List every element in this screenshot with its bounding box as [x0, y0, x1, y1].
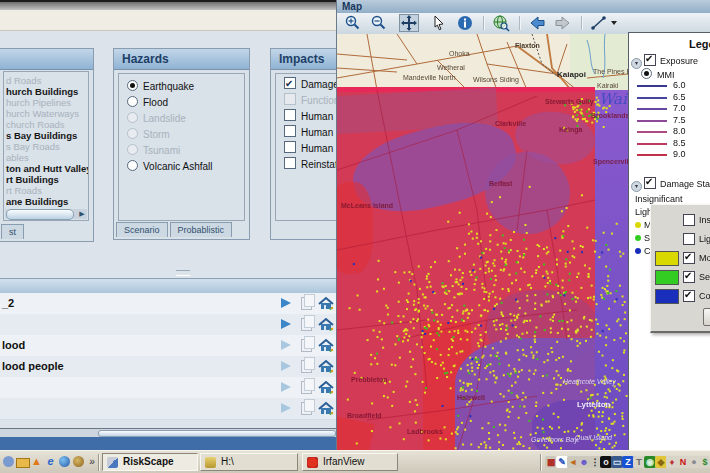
assets-icon[interactable]: [318, 317, 334, 335]
assets-hscroll-arrow[interactable]: ▶: [77, 209, 87, 219]
collapse-icon[interactable]: ▾: [631, 181, 642, 192]
assets-icon[interactable]: [318, 338, 334, 356]
asset-item[interactable]: ane Buildings: [4, 196, 88, 207]
job-row[interactable]: lood people: [0, 356, 336, 378]
run-icon[interactable]: [281, 361, 291, 371]
jobs-hscrollbar[interactable]: [0, 428, 336, 437]
damage-filter-checkbox[interactable]: [683, 214, 695, 226]
hazard-radio[interactable]: [127, 160, 138, 171]
select-icon[interactable]: [429, 14, 449, 32]
damage-checkbox[interactable]: [644, 177, 656, 189]
vlc-icon[interactable]: ▲: [30, 455, 43, 468]
impact-checkbox[interactable]: [284, 125, 296, 137]
app-icon[interactable]: [2, 455, 15, 468]
damage-filter-item[interactable]: Complete: [655, 287, 710, 305]
assets-list[interactable]: d Roadshurch Buildingshurch Pipelineshur…: [3, 71, 89, 221]
damage-filter-checkbox[interactable]: [683, 233, 695, 245]
asset-item[interactable]: s Bay Roads: [4, 141, 88, 152]
earth-icon[interactable]: [58, 455, 71, 468]
hazard-option[interactable]: Volcanic Ashfall: [119, 159, 244, 175]
asset-item[interactable]: ables: [4, 152, 88, 163]
pan-icon[interactable]: [399, 14, 419, 32]
quicklaunch-overflow-chevron[interactable]: »: [86, 455, 98, 468]
popup-button[interactable]: [703, 308, 710, 326]
tray-green-icon[interactable]: $: [699, 456, 710, 468]
impact-checkbox[interactable]: [284, 109, 296, 121]
asset-item[interactable]: d Roads: [4, 75, 88, 86]
zoom-extent-icon[interactable]: [491, 14, 511, 32]
copy-icon[interactable]: [301, 297, 312, 310]
impact-checkbox[interactable]: [284, 77, 296, 89]
asset-item[interactable]: ton and Hutt Valley Building: [4, 163, 88, 174]
damage-filter-item[interactable]: Moderate: [655, 249, 710, 267]
assets-icon[interactable]: [318, 380, 334, 398]
map-viewport[interactable]: OhokaWetheralMandeville NorthWilsons Sid…: [337, 34, 628, 452]
impact-option[interactable]: Human Displacement: [276, 109, 336, 125]
assets-icon[interactable]: [318, 359, 334, 377]
impact-option[interactable]: Functional Downtime: [276, 93, 336, 109]
hazard-radio[interactable]: [127, 96, 138, 107]
copy-icon[interactable]: [301, 381, 312, 394]
hazard-option[interactable]: Flood: [119, 95, 244, 111]
zoom-in-icon[interactable]: [343, 14, 363, 32]
exposure-checkbox[interactable]: [644, 54, 656, 66]
hazard-option[interactable]: Earthquake: [119, 79, 244, 95]
globe2-icon[interactable]: [72, 455, 85, 468]
taskbar-button-riskscape[interactable]: RiskScape: [102, 453, 198, 471]
assets-hscrollbar[interactable]: ▶: [5, 209, 87, 219]
damage-filter-checkbox[interactable]: [683, 271, 695, 283]
damage-filter-item[interactable]: Insignificant: [655, 211, 710, 229]
job-row[interactable]: [0, 377, 336, 399]
info-icon[interactable]: [455, 14, 475, 32]
assets-icon[interactable]: [318, 296, 334, 314]
splitter-grip[interactable]: [176, 270, 190, 276]
hazards-tab-probablistic[interactable]: Probablistic: [170, 222, 233, 237]
taskbar-button-irfanview[interactable]: IrfanView: [302, 453, 398, 471]
hazard-radio[interactable]: [127, 112, 138, 123]
hazard-radio[interactable]: [127, 128, 138, 139]
asset-item[interactable]: hurch Buildings: [4, 86, 88, 97]
folder-icon[interactable]: [16, 455, 29, 468]
copy-icon[interactable]: [301, 318, 312, 331]
copy-icon[interactable]: [301, 339, 312, 352]
impact-option[interactable]: Human Susceptibility: [276, 141, 336, 157]
hazards-tab-scenario[interactable]: Scenario: [116, 222, 168, 237]
hazard-radio[interactable]: [127, 144, 138, 155]
job-row[interactable]: [0, 314, 336, 336]
run-icon[interactable]: [281, 319, 291, 329]
job-row[interactable]: [0, 398, 336, 420]
copy-icon[interactable]: [301, 402, 312, 415]
measure-icon[interactable]: [589, 14, 609, 32]
impact-checkbox[interactable]: [284, 141, 296, 153]
hazard-option[interactable]: Tsunami: [119, 143, 244, 159]
run-icon[interactable]: [281, 382, 291, 392]
run-icon[interactable]: [281, 403, 291, 413]
damage-filter-item[interactable]: Light: [655, 230, 710, 248]
hazard-option[interactable]: Storm: [119, 127, 244, 143]
impact-option[interactable]: Reinstatement Cost: [276, 157, 336, 173]
asset-item[interactable]: rt Buildings: [4, 174, 88, 185]
damage-filter-item[interactable]: Severe: [655, 268, 710, 286]
impact-option[interactable]: Human Losses: [276, 125, 336, 141]
assets-hscroll-thumb[interactable]: [6, 209, 74, 220]
damage-filter-checkbox[interactable]: [683, 290, 695, 302]
asset-item[interactable]: s Bay Buildings: [4, 130, 88, 141]
impact-checkbox[interactable]: [284, 157, 296, 169]
impact-checkbox[interactable]: [284, 93, 296, 105]
damage-filter-checkbox[interactable]: [683, 252, 695, 264]
forward-icon[interactable]: [553, 14, 573, 32]
impact-option[interactable]: Damage State: [276, 77, 336, 93]
hazard-option[interactable]: Landslide: [119, 111, 244, 127]
back-icon[interactable]: [527, 14, 547, 32]
job-row[interactable]: _2: [0, 293, 336, 315]
jobs-hscroll-thumb[interactable]: [98, 430, 336, 437]
hazard-radio[interactable]: [127, 80, 138, 91]
internet-icon[interactable]: e: [44, 455, 57, 468]
dropdown-caret-icon[interactable]: [611, 21, 617, 25]
zoom-out-icon[interactable]: [369, 14, 389, 32]
run-icon[interactable]: [281, 298, 291, 308]
taskbar-button-h[interactable]: H:\: [200, 453, 298, 471]
mmi-radio[interactable]: [641, 68, 652, 79]
assets-tab[interactable]: st: [1, 224, 24, 239]
asset-item[interactable]: rt Roads: [4, 185, 88, 196]
